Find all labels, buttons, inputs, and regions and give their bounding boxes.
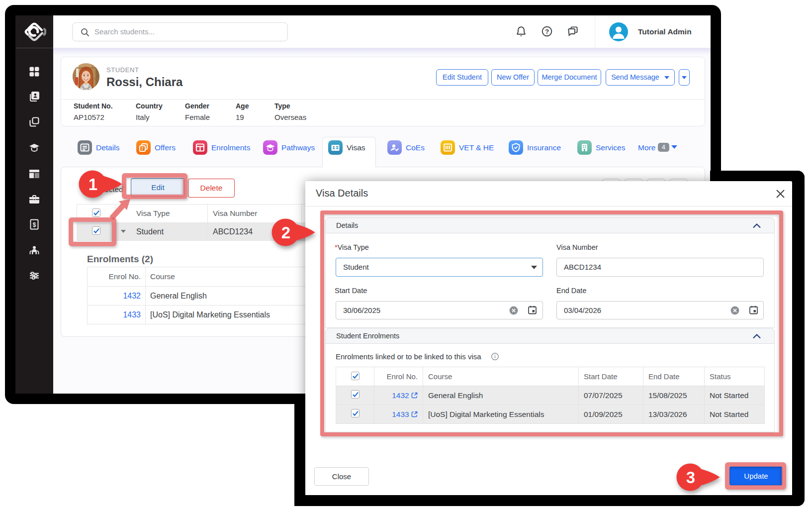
svg-text:1: 1 bbox=[89, 175, 97, 194]
svg-text:$: $ bbox=[33, 221, 36, 228]
svg-text:2: 2 bbox=[281, 223, 290, 242]
svg-text:3: 3 bbox=[686, 468, 695, 487]
svg-text:?: ? bbox=[545, 28, 549, 35]
